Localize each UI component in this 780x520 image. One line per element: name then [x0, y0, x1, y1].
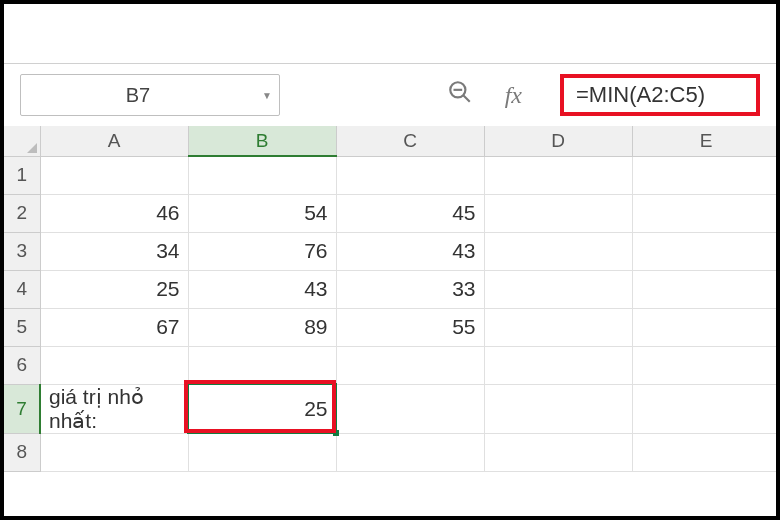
cell-A4[interactable]: 25 [40, 270, 188, 308]
cell-D7[interactable] [484, 384, 632, 433]
cell-B8[interactable] [188, 433, 336, 471]
cell-A2[interactable]: 46 [40, 194, 188, 232]
select-all-corner[interactable] [4, 126, 40, 156]
cell-A7[interactable]: giá trị nhỏ nhất: [40, 384, 188, 433]
row-header-7[interactable]: 7 [4, 384, 40, 433]
cell-B7[interactable]: 25 [188, 384, 336, 433]
name-box-value: B7 [21, 84, 255, 107]
cell-D6[interactable] [484, 346, 632, 384]
cell-B1[interactable] [188, 156, 336, 194]
name-box-dropdown-icon[interactable]: ▼ [255, 75, 279, 115]
col-header-A[interactable]: A [40, 126, 188, 156]
svg-line-1 [463, 95, 470, 102]
cell-E8[interactable] [632, 433, 776, 471]
col-header-D[interactable]: D [484, 126, 632, 156]
cell-C5[interactable]: 55 [336, 308, 484, 346]
cell-C4[interactable]: 33 [336, 270, 484, 308]
name-box[interactable]: B7 ▼ [20, 74, 280, 116]
cell-D5[interactable] [484, 308, 632, 346]
cell-B3[interactable]: 76 [188, 232, 336, 270]
cell-C2[interactable]: 45 [336, 194, 484, 232]
cell-D8[interactable] [484, 433, 632, 471]
cell-C8[interactable] [336, 433, 484, 471]
top-blank-area [4, 4, 776, 64]
cell-A5[interactable]: 67 [40, 308, 188, 346]
cell-A1[interactable] [40, 156, 188, 194]
cell-C3[interactable]: 43 [336, 232, 484, 270]
row-header-4[interactable]: 4 [4, 270, 40, 308]
cell-E2[interactable] [632, 194, 776, 232]
row-header-5[interactable]: 5 [4, 308, 40, 346]
cell-C7[interactable] [336, 384, 484, 433]
formula-input[interactable]: =MIN(A2:C5) [560, 74, 760, 116]
col-header-E[interactable]: E [632, 126, 776, 156]
cell-B4[interactable]: 43 [188, 270, 336, 308]
cell-A8[interactable] [40, 433, 188, 471]
row-header-1[interactable]: 1 [4, 156, 40, 194]
spreadsheet-grid[interactable]: A B C D E 1 2 46 54 45 [4, 126, 776, 516]
col-header-C[interactable]: C [336, 126, 484, 156]
cell-E6[interactable] [632, 346, 776, 384]
row-header-2[interactable]: 2 [4, 194, 40, 232]
cell-D4[interactable] [484, 270, 632, 308]
cell-E3[interactable] [632, 232, 776, 270]
cell-E4[interactable] [632, 270, 776, 308]
cell-B6[interactable] [188, 346, 336, 384]
cell-B5[interactable]: 89 [188, 308, 336, 346]
zoom-out-icon[interactable] [447, 79, 473, 112]
cell-D3[interactable] [484, 232, 632, 270]
cell-E7[interactable] [632, 384, 776, 433]
cell-A6[interactable] [40, 346, 188, 384]
row-header-8[interactable]: 8 [4, 433, 40, 471]
row-header-3[interactable]: 3 [4, 232, 40, 270]
cell-C6[interactable] [336, 346, 484, 384]
formula-text: =MIN(A2:C5) [576, 82, 705, 108]
row-header-6[interactable]: 6 [4, 346, 40, 384]
cell-B2[interactable]: 54 [188, 194, 336, 232]
col-header-B[interactable]: B [188, 126, 336, 156]
cell-D1[interactable] [484, 156, 632, 194]
cell-C1[interactable] [336, 156, 484, 194]
cell-E5[interactable] [632, 308, 776, 346]
fx-icon[interactable]: fx [505, 82, 522, 109]
cell-D2[interactable] [484, 194, 632, 232]
cell-E1[interactable] [632, 156, 776, 194]
formula-bar-row: B7 ▼ fx =MIN(A2:C5) [4, 64, 776, 126]
cell-A3[interactable]: 34 [40, 232, 188, 270]
